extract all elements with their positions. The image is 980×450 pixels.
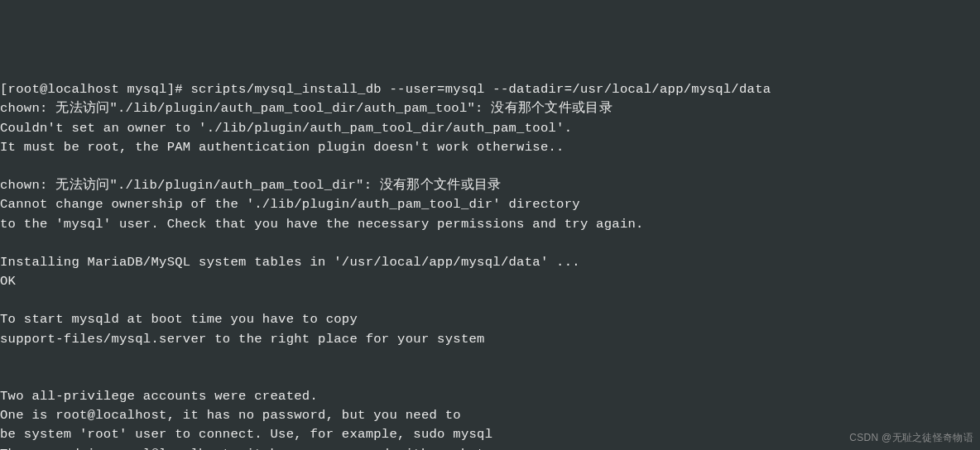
terminal-line: chown: 无法访问"./lib/plugin/auth_pam_tool_d… [0,176,980,195]
terminal-line: support-files/mysql.server to the right … [0,330,980,349]
terminal-line: OK [0,272,980,291]
terminal-line: [root@localhost mysql]# scripts/mysql_in… [0,80,980,99]
terminal-line: One is root@localhost, it has no passwor… [0,406,980,425]
terminal-line [0,349,980,368]
terminal-line [0,291,980,310]
terminal-line: Two all-privilege accounts were created. [0,387,980,406]
terminal-output[interactable]: [root@localhost mysql]# scripts/mysql_in… [0,80,980,450]
terminal-line: Cannot change ownership of the './lib/pl… [0,195,980,214]
terminal-line: To start mysqld at boot time you have to… [0,310,980,329]
terminal-line: Couldn't set an owner to './lib/plugin/a… [0,119,980,138]
terminal-line: chown: 无法访问"./lib/plugin/auth_pam_tool_d… [0,99,980,118]
terminal-line [0,368,980,387]
terminal-line: be system 'root' user to connect. Use, f… [0,425,980,444]
watermark-text: CSDN @无耻之徒怪奇物语 [849,430,973,445]
terminal-line: The second is mysql@localhost, it has no… [0,445,980,451]
terminal-line [0,234,980,253]
terminal-line: to the 'mysql' user. Check that you have… [0,215,980,234]
terminal-line: Installing MariaDB/MySQL system tables i… [0,253,980,272]
terminal-line [0,157,980,176]
terminal-line: It must be root, the PAM authentication … [0,138,980,157]
